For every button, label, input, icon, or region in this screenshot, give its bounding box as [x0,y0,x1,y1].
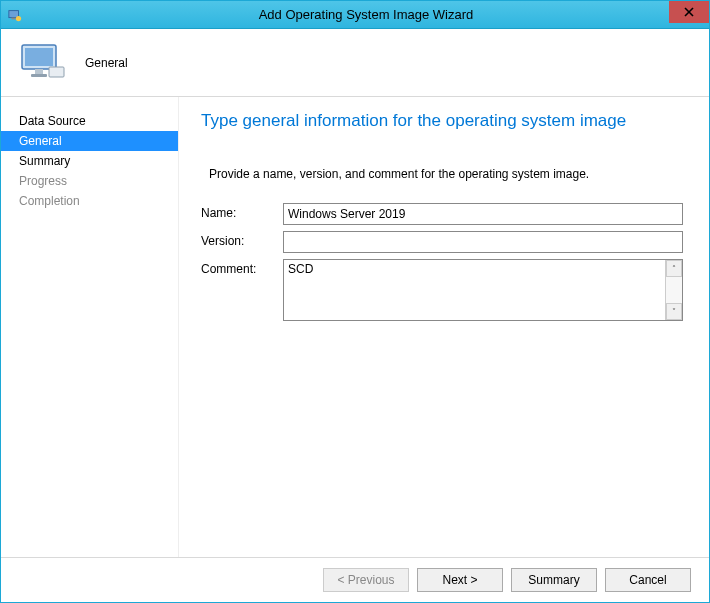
cancel-button[interactable]: Cancel [605,568,691,592]
wizard-steps-sidebar: Data Source General Summary Progress Com… [1,97,179,557]
wizard-main-panel: Type general information for the operati… [179,97,709,557]
sidebar-item-label: Progress [19,174,67,188]
sidebar-item-data-source[interactable]: Data Source [1,111,178,131]
page-title: Type general information for the operati… [201,111,683,131]
sidebar-item-label: General [19,134,62,148]
sidebar-item-completion: Completion [1,191,178,211]
comment-textarea[interactable]: SCD [284,260,665,320]
header-step-label: General [85,56,128,70]
svg-rect-7 [35,69,43,74]
name-label: Name: [201,203,283,220]
sidebar-item-label: Completion [19,194,80,208]
scroll-up-icon[interactable]: ˄ [666,260,682,277]
version-input[interactable] [283,231,683,253]
sidebar-item-general[interactable]: General [1,131,178,151]
app-icon [7,7,23,23]
close-button[interactable] [669,1,709,23]
previous-button: < Previous [323,568,409,592]
svg-rect-1 [12,17,16,19]
svg-rect-9 [49,67,64,77]
titlebar: Add Operating System Image Wizard [1,1,709,29]
sidebar-item-label: Summary [19,154,70,168]
wizard-footer: < Previous Next > Summary Cancel [1,557,709,601]
sidebar-item-label: Data Source [19,114,86,128]
svg-rect-8 [31,74,47,77]
wizard-header: General [1,29,709,97]
comment-label: Comment: [201,259,283,276]
svg-point-2 [16,15,21,20]
monitor-icon [19,39,67,87]
window-title: Add Operating System Image Wizard [23,7,709,22]
summary-button[interactable]: Summary [511,568,597,592]
svg-rect-6 [25,48,53,66]
name-input[interactable] [283,203,683,225]
sidebar-item-progress: Progress [1,171,178,191]
page-instruction: Provide a name, version, and comment for… [201,167,683,181]
sidebar-item-summary[interactable]: Summary [1,151,178,171]
next-button[interactable]: Next > [417,568,503,592]
version-label: Version: [201,231,283,248]
scroll-down-icon[interactable]: ˅ [666,303,682,320]
scroll-track[interactable] [666,277,682,303]
comment-scrollbar[interactable]: ˄ ˅ [665,260,682,320]
